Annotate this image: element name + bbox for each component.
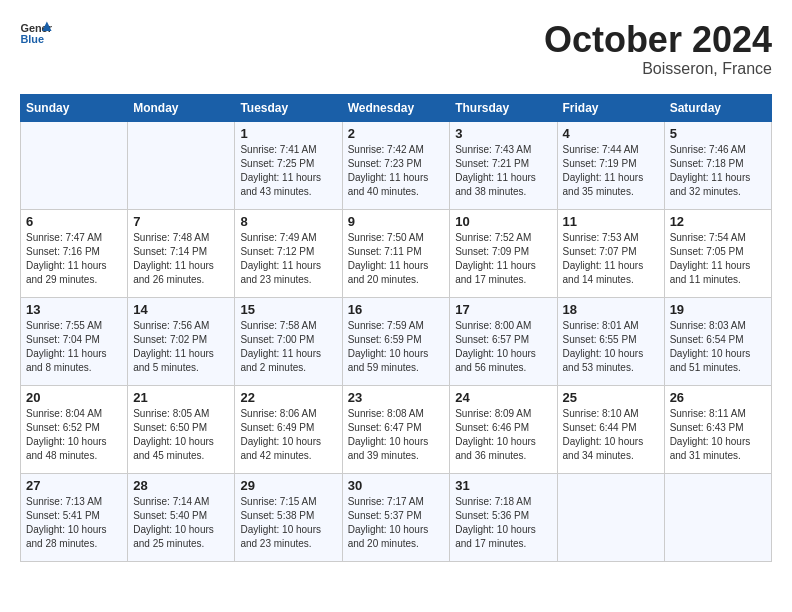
- calendar-day-cell: 23Sunrise: 8:08 AM Sunset: 6:47 PM Dayli…: [342, 385, 450, 473]
- weekday-header-cell: Saturday: [664, 94, 771, 121]
- day-info: Sunrise: 7:50 AM Sunset: 7:11 PM Dayligh…: [348, 231, 445, 287]
- title-block: October 2024 Boisseron, France: [544, 20, 772, 78]
- calendar-day-cell: [557, 473, 664, 561]
- day-info: Sunrise: 7:47 AM Sunset: 7:16 PM Dayligh…: [26, 231, 122, 287]
- calendar-day-cell: 18Sunrise: 8:01 AM Sunset: 6:55 PM Dayli…: [557, 297, 664, 385]
- day-info: Sunrise: 7:44 AM Sunset: 7:19 PM Dayligh…: [563, 143, 659, 199]
- calendar-day-cell: 4Sunrise: 7:44 AM Sunset: 7:19 PM Daylig…: [557, 121, 664, 209]
- calendar-day-cell: 12Sunrise: 7:54 AM Sunset: 7:05 PM Dayli…: [664, 209, 771, 297]
- day-info: Sunrise: 7:14 AM Sunset: 5:40 PM Dayligh…: [133, 495, 229, 551]
- location-subtitle: Boisseron, France: [544, 60, 772, 78]
- day-number: 7: [133, 214, 229, 229]
- day-info: Sunrise: 7:59 AM Sunset: 6:59 PM Dayligh…: [348, 319, 445, 375]
- day-number: 21: [133, 390, 229, 405]
- calendar-day-cell: 19Sunrise: 8:03 AM Sunset: 6:54 PM Dayli…: [664, 297, 771, 385]
- day-info: Sunrise: 7:55 AM Sunset: 7:04 PM Dayligh…: [26, 319, 122, 375]
- month-title: October 2024: [544, 20, 772, 60]
- day-info: Sunrise: 7:46 AM Sunset: 7:18 PM Dayligh…: [670, 143, 766, 199]
- day-number: 6: [26, 214, 122, 229]
- calendar-day-cell: 3Sunrise: 7:43 AM Sunset: 7:21 PM Daylig…: [450, 121, 557, 209]
- day-info: Sunrise: 7:48 AM Sunset: 7:14 PM Dayligh…: [133, 231, 229, 287]
- day-number: 3: [455, 126, 551, 141]
- calendar-day-cell: 6Sunrise: 7:47 AM Sunset: 7:16 PM Daylig…: [21, 209, 128, 297]
- day-number: 20: [26, 390, 122, 405]
- calendar-week-row: 6Sunrise: 7:47 AM Sunset: 7:16 PM Daylig…: [21, 209, 772, 297]
- calendar-day-cell: 25Sunrise: 8:10 AM Sunset: 6:44 PM Dayli…: [557, 385, 664, 473]
- calendar-day-cell: 24Sunrise: 8:09 AM Sunset: 6:46 PM Dayli…: [450, 385, 557, 473]
- day-number: 16: [348, 302, 445, 317]
- day-number: 4: [563, 126, 659, 141]
- calendar-day-cell: 21Sunrise: 8:05 AM Sunset: 6:50 PM Dayli…: [128, 385, 235, 473]
- day-number: 24: [455, 390, 551, 405]
- calendar-day-cell: 17Sunrise: 8:00 AM Sunset: 6:57 PM Dayli…: [450, 297, 557, 385]
- day-info: Sunrise: 7:17 AM Sunset: 5:37 PM Dayligh…: [348, 495, 445, 551]
- weekday-header-cell: Thursday: [450, 94, 557, 121]
- calendar-day-cell: 15Sunrise: 7:58 AM Sunset: 7:00 PM Dayli…: [235, 297, 342, 385]
- day-info: Sunrise: 8:11 AM Sunset: 6:43 PM Dayligh…: [670, 407, 766, 463]
- calendar-week-row: 1Sunrise: 7:41 AM Sunset: 7:25 PM Daylig…: [21, 121, 772, 209]
- weekday-header-row: SundayMondayTuesdayWednesdayThursdayFrid…: [21, 94, 772, 121]
- day-number: 15: [240, 302, 336, 317]
- day-number: 9: [348, 214, 445, 229]
- calendar-day-cell: 26Sunrise: 8:11 AM Sunset: 6:43 PM Dayli…: [664, 385, 771, 473]
- day-info: Sunrise: 7:52 AM Sunset: 7:09 PM Dayligh…: [455, 231, 551, 287]
- day-number: 13: [26, 302, 122, 317]
- calendar-day-cell: [128, 121, 235, 209]
- calendar-day-cell: 10Sunrise: 7:52 AM Sunset: 7:09 PM Dayli…: [450, 209, 557, 297]
- day-info: Sunrise: 8:03 AM Sunset: 6:54 PM Dayligh…: [670, 319, 766, 375]
- calendar-day-cell: 5Sunrise: 7:46 AM Sunset: 7:18 PM Daylig…: [664, 121, 771, 209]
- day-number: 27: [26, 478, 122, 493]
- day-number: 25: [563, 390, 659, 405]
- calendar-day-cell: 22Sunrise: 8:06 AM Sunset: 6:49 PM Dayli…: [235, 385, 342, 473]
- day-number: 1: [240, 126, 336, 141]
- day-info: Sunrise: 8:04 AM Sunset: 6:52 PM Dayligh…: [26, 407, 122, 463]
- calendar-day-cell: 28Sunrise: 7:14 AM Sunset: 5:40 PM Dayli…: [128, 473, 235, 561]
- day-info: Sunrise: 8:09 AM Sunset: 6:46 PM Dayligh…: [455, 407, 551, 463]
- day-number: 23: [348, 390, 445, 405]
- weekday-header-cell: Tuesday: [235, 94, 342, 121]
- day-number: 12: [670, 214, 766, 229]
- day-info: Sunrise: 8:10 AM Sunset: 6:44 PM Dayligh…: [563, 407, 659, 463]
- day-info: Sunrise: 7:42 AM Sunset: 7:23 PM Dayligh…: [348, 143, 445, 199]
- calendar-day-cell: [21, 121, 128, 209]
- day-info: Sunrise: 7:56 AM Sunset: 7:02 PM Dayligh…: [133, 319, 229, 375]
- day-number: 22: [240, 390, 336, 405]
- logo: General Blue: [20, 20, 52, 48]
- calendar-day-cell: 2Sunrise: 7:42 AM Sunset: 7:23 PM Daylig…: [342, 121, 450, 209]
- day-number: 2: [348, 126, 445, 141]
- day-info: Sunrise: 7:18 AM Sunset: 5:36 PM Dayligh…: [455, 495, 551, 551]
- calendar-body: 1Sunrise: 7:41 AM Sunset: 7:25 PM Daylig…: [21, 121, 772, 561]
- svg-text:Blue: Blue: [20, 33, 44, 45]
- day-number: 8: [240, 214, 336, 229]
- day-info: Sunrise: 7:41 AM Sunset: 7:25 PM Dayligh…: [240, 143, 336, 199]
- weekday-header-cell: Sunday: [21, 94, 128, 121]
- calendar-day-cell: 16Sunrise: 7:59 AM Sunset: 6:59 PM Dayli…: [342, 297, 450, 385]
- day-number: 10: [455, 214, 551, 229]
- day-info: Sunrise: 7:43 AM Sunset: 7:21 PM Dayligh…: [455, 143, 551, 199]
- day-info: Sunrise: 7:49 AM Sunset: 7:12 PM Dayligh…: [240, 231, 336, 287]
- calendar-week-row: 20Sunrise: 8:04 AM Sunset: 6:52 PM Dayli…: [21, 385, 772, 473]
- day-info: Sunrise: 7:53 AM Sunset: 7:07 PM Dayligh…: [563, 231, 659, 287]
- calendar-day-cell: 20Sunrise: 8:04 AM Sunset: 6:52 PM Dayli…: [21, 385, 128, 473]
- day-number: 11: [563, 214, 659, 229]
- day-number: 31: [455, 478, 551, 493]
- day-info: Sunrise: 7:13 AM Sunset: 5:41 PM Dayligh…: [26, 495, 122, 551]
- day-number: 29: [240, 478, 336, 493]
- calendar-day-cell: 11Sunrise: 7:53 AM Sunset: 7:07 PM Dayli…: [557, 209, 664, 297]
- day-info: Sunrise: 8:01 AM Sunset: 6:55 PM Dayligh…: [563, 319, 659, 375]
- day-info: Sunrise: 8:00 AM Sunset: 6:57 PM Dayligh…: [455, 319, 551, 375]
- calendar-day-cell: 1Sunrise: 7:41 AM Sunset: 7:25 PM Daylig…: [235, 121, 342, 209]
- day-info: Sunrise: 8:05 AM Sunset: 6:50 PM Dayligh…: [133, 407, 229, 463]
- day-number: 18: [563, 302, 659, 317]
- calendar-day-cell: 14Sunrise: 7:56 AM Sunset: 7:02 PM Dayli…: [128, 297, 235, 385]
- calendar-table: SundayMondayTuesdayWednesdayThursdayFrid…: [20, 94, 772, 562]
- calendar-day-cell: 31Sunrise: 7:18 AM Sunset: 5:36 PM Dayli…: [450, 473, 557, 561]
- logo-icon: General Blue: [20, 20, 52, 48]
- calendar-day-cell: 13Sunrise: 7:55 AM Sunset: 7:04 PM Dayli…: [21, 297, 128, 385]
- day-info: Sunrise: 7:15 AM Sunset: 5:38 PM Dayligh…: [240, 495, 336, 551]
- day-info: Sunrise: 8:08 AM Sunset: 6:47 PM Dayligh…: [348, 407, 445, 463]
- day-info: Sunrise: 7:58 AM Sunset: 7:00 PM Dayligh…: [240, 319, 336, 375]
- calendar-day-cell: 30Sunrise: 7:17 AM Sunset: 5:37 PM Dayli…: [342, 473, 450, 561]
- calendar-day-cell: 29Sunrise: 7:15 AM Sunset: 5:38 PM Dayli…: [235, 473, 342, 561]
- calendar-week-row: 27Sunrise: 7:13 AM Sunset: 5:41 PM Dayli…: [21, 473, 772, 561]
